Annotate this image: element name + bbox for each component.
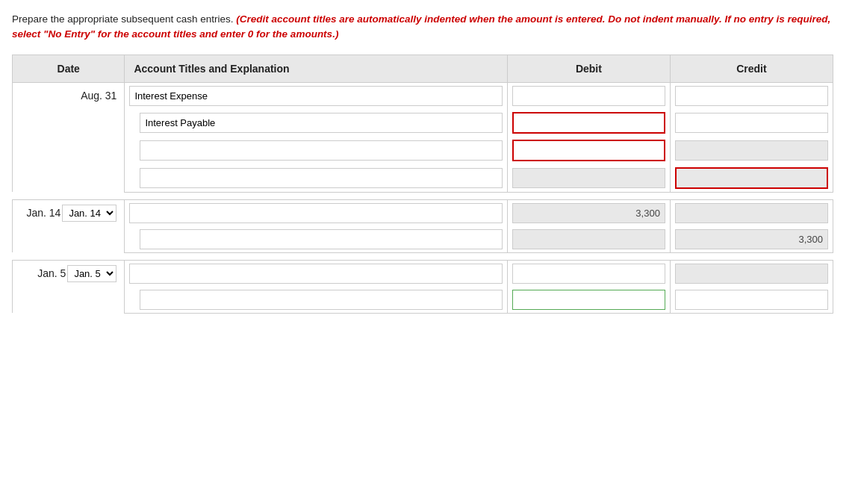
- debit-input: [512, 203, 665, 223]
- credit-input[interactable]: [675, 113, 828, 133]
- debit-cell: [507, 109, 670, 137]
- journal-table: Date Account Titles and Explanation Debi…: [12, 55, 833, 314]
- table-row: [13, 137, 833, 164]
- credit-input: [675, 229, 828, 249]
- debit-input[interactable]: [512, 140, 665, 161]
- credit-cell: [670, 226, 833, 253]
- debit-cell: [507, 260, 670, 287]
- table-row: [13, 109, 833, 137]
- account-input[interactable]: [140, 229, 502, 249]
- credit-input[interactable]: [675, 290, 828, 310]
- account-cell: [125, 137, 507, 164]
- debit-input[interactable]: [512, 112, 665, 134]
- debit-cell: [507, 226, 670, 253]
- credit-cell: [670, 137, 833, 164]
- account-cell: [125, 82, 507, 109]
- account-input[interactable]: [140, 290, 502, 310]
- account-cell: [125, 199, 507, 226]
- table-row: Jan. 14 Jan. 14: [13, 199, 833, 226]
- date-cell: [13, 109, 125, 137]
- account-input[interactable]: [129, 264, 502, 284]
- account-cell: [125, 287, 507, 314]
- debit-input: [512, 229, 665, 249]
- header-account: Account Titles and Explanation: [125, 55, 507, 82]
- table-row: [13, 164, 833, 193]
- instructions: Prepare the appropriate subsequent cash …: [12, 12, 833, 43]
- debit-input[interactable]: [512, 86, 665, 106]
- date-label: Aug. 31: [81, 90, 116, 102]
- credit-input: [675, 203, 828, 223]
- credit-input[interactable]: [675, 167, 828, 189]
- debit-cell: [507, 287, 670, 314]
- account-cell: [125, 109, 507, 137]
- header-debit: Debit: [507, 55, 670, 82]
- account-input[interactable]: [129, 86, 502, 106]
- header-credit: Credit: [670, 55, 833, 82]
- date-select[interactable]: Jan. 5: [67, 265, 116, 282]
- date-cell: [13, 287, 125, 314]
- date-label: Jan. 5: [37, 267, 66, 279]
- header-date: Date: [13, 55, 125, 82]
- table-row: Aug. 31: [13, 82, 833, 109]
- table-row: [13, 226, 833, 253]
- credit-cell: [670, 164, 833, 193]
- date-cell: [13, 226, 125, 253]
- account-cell: [125, 164, 507, 193]
- credit-input: [675, 264, 828, 284]
- account-input[interactable]: [140, 140, 502, 161]
- debit-input[interactable]: [512, 264, 665, 284]
- account-input[interactable]: [140, 113, 502, 133]
- credit-input[interactable]: [675, 86, 828, 106]
- date-cell[interactable]: Jan. 14 Jan. 14: [13, 199, 125, 226]
- date-select[interactable]: Jan. 14: [62, 205, 116, 222]
- date-cell: [13, 137, 125, 164]
- date-cell: [13, 164, 125, 193]
- date-label: Jan. 14: [26, 207, 60, 219]
- debit-input: [512, 168, 665, 188]
- debit-cell: [507, 199, 670, 226]
- debit-cell: [507, 164, 670, 193]
- table-row: [13, 287, 833, 314]
- account-cell: [125, 226, 507, 253]
- account-input[interactable]: [129, 203, 502, 223]
- credit-cell: [670, 199, 833, 226]
- account-cell: [125, 260, 507, 287]
- date-cell[interactable]: Jan. 5 Jan. 5: [13, 260, 125, 287]
- account-input[interactable]: [140, 168, 502, 188]
- credit-cell: [670, 287, 833, 314]
- credit-cell: [670, 260, 833, 287]
- debit-cell: [507, 137, 670, 164]
- credit-input: [675, 140, 828, 161]
- debit-input[interactable]: [512, 290, 665, 310]
- instructions-plain: Prepare the appropriate subsequent cash …: [12, 13, 233, 25]
- debit-cell: [507, 82, 670, 109]
- credit-cell: [670, 109, 833, 137]
- table-row: Jan. 5 Jan. 5: [13, 260, 833, 287]
- date-cell: Aug. 31: [13, 82, 125, 109]
- credit-cell: [670, 82, 833, 109]
